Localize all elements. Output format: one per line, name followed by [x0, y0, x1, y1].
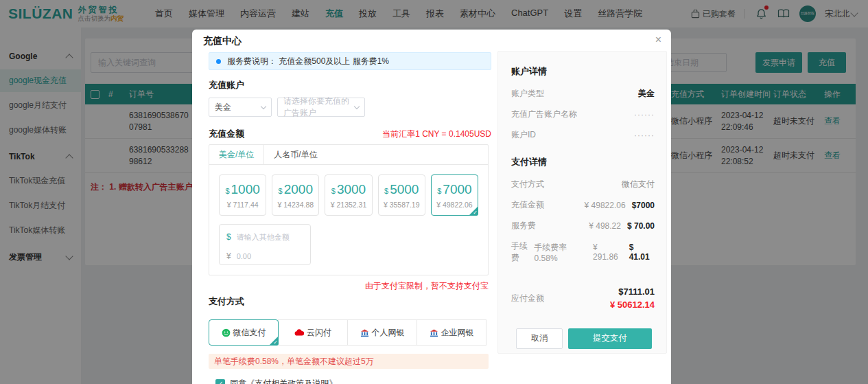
- amount-cards-area: $1000 ¥ 7117.44 $2000 ¥ 14234.88 $3000 ¥…: [209, 165, 488, 275]
- agreement-label[interactable]: 同意《支付相关政策及说明》: [230, 378, 337, 384]
- dollar-sign: $: [279, 187, 283, 195]
- amount-card-7000[interactable]: $7000 ¥ 49822.06 ✓: [431, 174, 478, 216]
- service-fee-banner: 服务费说明： 充值金额500及以上 服务费1%: [209, 52, 491, 70]
- dollar-sign: $: [331, 187, 336, 195]
- fee-warning: 单笔手续费0.58%，单笔金额不建议超过5万: [209, 354, 489, 369]
- account-selects: 美金 请选择你要充值的广告账户: [209, 98, 491, 117]
- tab-usd-unit[interactable]: 美金/单位: [209, 145, 264, 164]
- method-personal-bank[interactable]: 个人网银: [347, 319, 417, 346]
- custom-amount-input[interactable]: [235, 232, 301, 242]
- payment-methods: 微信支付 ✓ 云闪付 个人网银 企业网银: [209, 319, 489, 346]
- submit-payment-button[interactable]: 提交支付: [568, 328, 652, 349]
- exchange-rate-note: 当前汇率1 CNY = 0.1405USD: [382, 128, 491, 140]
- account-details-title: 账户详情: [511, 65, 655, 78]
- detail-row: 账户类型 美金: [511, 88, 655, 100]
- modal-header: 充值中心: [192, 30, 671, 52]
- payable-row: 应付金额 $7111.01 ¥ 50612.14: [511, 286, 655, 312]
- wechat-icon: [222, 328, 231, 337]
- method-wechat-pay[interactable]: 微信支付 ✓: [209, 319, 279, 346]
- close-icon[interactable]: ×: [655, 34, 661, 45]
- modal-title: 充值中心: [203, 35, 242, 47]
- method-unionpay-cloud[interactable]: 云闪付: [278, 319, 348, 346]
- amount-tabbar: 美金/单位 人名币/单位: [209, 145, 488, 165]
- amount-card-5000[interactable]: $5000 ¥ 35587.19: [378, 174, 425, 216]
- currency-select[interactable]: 美金: [209, 98, 272, 117]
- dollar-sign: $: [437, 187, 441, 195]
- custom-amount-card[interactable]: $ ¥: [219, 224, 311, 265]
- detail-row: 账户ID ······: [511, 129, 655, 141]
- modal-actions: 取消 提交支付: [511, 328, 655, 349]
- detail-row: 服务费 ¥ 498.22 $ 70.00: [511, 220, 655, 231]
- recharge-amount-label: 充值金额: [209, 128, 244, 140]
- chevron-down-icon: [261, 104, 266, 109]
- amount-section-head: 充值金额 当前汇率1 CNY = 0.1405USD: [209, 128, 491, 140]
- modal-left-column: 服务费说明： 充值金额500及以上 服务费1% 充值账户 美金 请选择你要充值的…: [209, 52, 491, 384]
- agreement-checkbox[interactable]: ✓: [215, 379, 225, 384]
- dollar-sign: $: [384, 187, 388, 195]
- detail-row: 手续费 手续费率0.58% ¥ 291.86 $ 41.01: [511, 240, 655, 264]
- recharge-account-label: 充值账户: [209, 79, 491, 91]
- method-enterprise-bank[interactable]: 企业网银: [417, 319, 486, 346]
- custom-cny-value: [235, 251, 301, 261]
- amount-cards-row: $1000 ¥ 7117.44 $2000 ¥ 14234.88 $3000 ¥…: [219, 174, 478, 216]
- dollar-sign: $: [225, 187, 229, 195]
- ad-account-select[interactable]: 请选择你要充值的广告账户: [277, 98, 365, 117]
- payable-usd: $7111.01: [610, 286, 655, 299]
- info-dot-icon: [216, 59, 221, 64]
- corner-check-icon: ✓: [269, 336, 279, 346]
- modal-right-panel: 账户详情 账户类型 美金 充值广告账户名称 ······ 账户ID ······…: [497, 51, 667, 354]
- amount-card-3000[interactable]: $3000 ¥ 21352.31: [325, 174, 372, 216]
- agreement-row: . ✓ 同意《支付相关政策及说明》: [209, 378, 491, 384]
- yuan-sign: ¥: [226, 251, 231, 261]
- amount-card-2000[interactable]: $2000 ¥ 14234.88: [272, 174, 319, 216]
- service-fee-text: 服务费说明： 充值金额500及以上 服务费1%: [227, 56, 389, 67]
- tab-cny-unit[interactable]: 人名币/单位: [264, 145, 327, 164]
- alipay-restriction-note: 由于支付宝限制，暂不支持支付宝: [209, 280, 489, 292]
- personal-bank-icon: [360, 328, 369, 337]
- payment-details-title: 支付详情: [511, 156, 655, 168]
- agreement-marker: .: [209, 379, 211, 384]
- amount-box: 美金/单位 人名币/单位 $1000 ¥ 7117.44 $2000 ¥ 142…: [209, 144, 489, 275]
- payment-method-label: 支付方式: [209, 295, 491, 308]
- chevron-down-icon: [354, 104, 360, 109]
- detail-row: 充值广告账户名称 ······: [511, 109, 655, 120]
- cancel-button[interactable]: 取消: [516, 328, 563, 349]
- enterprise-bank-icon: [430, 328, 438, 337]
- detail-row: 充值金额 ¥ 49822.06 $7000: [511, 199, 655, 211]
- payable-cny: ¥ 50612.14: [610, 299, 655, 312]
- detail-row: 支付方式 微信支付: [511, 179, 655, 190]
- recharge-center-modal: 充值中心 × 服务费说明： 充值金额500及以上 服务费1% 充值账户 美金 请…: [192, 30, 671, 384]
- amount-card-1000[interactable]: $1000 ¥ 7117.44: [219, 174, 266, 216]
- unionpay-cloud-icon: [294, 329, 304, 337]
- dollar-sign: $: [226, 232, 231, 242]
